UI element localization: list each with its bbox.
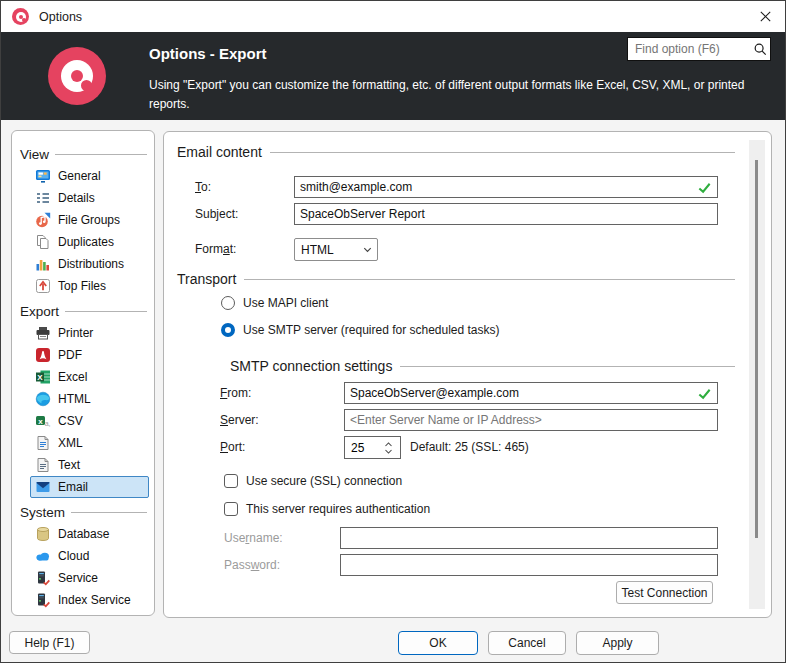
port-default-hint: Default: 25 (SSL: 465): [410, 440, 529, 454]
section-label: View: [20, 147, 49, 162]
subject-input[interactable]: [295, 207, 717, 221]
options-dialog: Options Options - Export Using "Export" …: [0, 0, 786, 663]
sidebar-item-details[interactable]: Details: [30, 187, 149, 209]
find-option-search: [627, 37, 771, 61]
sidebar-item-excel[interactable]: X Excel: [30, 366, 149, 388]
sidebar-item-pdf[interactable]: PDF: [30, 344, 149, 366]
sidebar-item-label: Excel: [58, 370, 87, 384]
sidebar-item-label: Printer: [58, 326, 93, 340]
xml-file-icon: [35, 435, 51, 451]
sidebar-item-label: Details: [58, 191, 95, 205]
server-label: Server:: [220, 413, 259, 427]
ok-button[interactable]: OK: [398, 631, 478, 655]
sidebar-item-duplicates[interactable]: Duplicates: [30, 231, 149, 253]
cloud-icon: [35, 548, 51, 564]
sidebar-item-file-groups[interactable]: File Groups: [30, 209, 149, 231]
sidebar-item-printer[interactable]: Printer: [30, 322, 149, 344]
sidebar-item-service[interactable]: Service: [30, 567, 149, 589]
page-description: Using "Export" you can customize the for…: [149, 76, 757, 114]
printer-icon: [35, 325, 51, 341]
sidebar-item-label: Top Files: [58, 279, 106, 293]
sidebar-item-label: Database: [58, 527, 109, 541]
auth-checkbox[interactable]: [224, 502, 238, 516]
to-label: To:: [195, 180, 211, 194]
mapi-radio-label: Use MAPI client: [243, 296, 328, 310]
from-field-wrap: [344, 382, 718, 404]
auth-checkbox-row[interactable]: This server requires authentication: [224, 502, 430, 516]
sidebar-item-xml[interactable]: XML: [30, 432, 149, 454]
sidebar-item-label: Distributions: [58, 257, 124, 271]
page-header: Options - Export Using "Export" you can …: [1, 32, 785, 120]
top-files-icon: [35, 278, 51, 294]
username-label: Username:: [224, 531, 283, 545]
to-field-wrap: [294, 176, 718, 198]
sidebar-item-distributions[interactable]: Distributions: [30, 253, 149, 275]
sidebar-item-label: XML: [58, 436, 83, 450]
search-input[interactable]: [628, 42, 750, 56]
sidebar-item-email[interactable]: Email: [30, 476, 149, 498]
smtp-radio-label: Use SMTP server (required for scheduled …: [243, 323, 500, 337]
titlebar: Options: [1, 1, 785, 32]
mapi-radio[interactable]: [221, 296, 235, 310]
sidebar-item-label: Cloud: [58, 549, 89, 563]
email-icon: [35, 479, 51, 495]
subject-field-wrap: [294, 203, 718, 225]
ssl-checkbox-row[interactable]: Use secure (SSL) connection: [224, 474, 402, 488]
sidebar-item-label: Service: [58, 571, 98, 585]
smtp-radio[interactable]: [221, 323, 235, 337]
sidebar-item-label: CSV: [58, 414, 83, 428]
group-heading: Email content: [177, 144, 262, 160]
sidebar-item-database[interactable]: Database: [30, 523, 149, 545]
ssl-checkbox-label: Use secure (SSL) connection: [246, 474, 402, 488]
server-input[interactable]: [345, 413, 717, 427]
port-input[interactable]: [345, 437, 379, 458]
index-service-icon: [35, 592, 51, 608]
password-field-wrap: [340, 554, 718, 576]
mapi-radio-row[interactable]: Use MAPI client: [221, 296, 328, 310]
cancel-button[interactable]: Cancel: [488, 631, 566, 655]
port-spinner: [344, 436, 401, 459]
sidebar-item-label: General: [58, 169, 101, 183]
section-label: Export: [20, 304, 59, 319]
sidebar-item-label: Index Service: [58, 593, 131, 607]
service-icon: [35, 570, 51, 586]
sidebar-item-index-service[interactable]: Index Service: [30, 589, 149, 611]
sidebar-item-csv[interactable]: xa, CSV: [30, 410, 149, 432]
group-email-content: Email content: [177, 144, 735, 160]
distributions-chart-icon: [35, 256, 51, 272]
ssl-checkbox[interactable]: [224, 474, 238, 488]
sidebar-item-label: Text: [58, 458, 80, 472]
html-browser-icon: [35, 391, 51, 407]
sidebar-item-label: File Groups: [58, 213, 120, 227]
monitor-icon: [35, 168, 51, 184]
sidebar-item-cloud[interactable]: Cloud: [30, 545, 149, 567]
apply-button[interactable]: Apply: [576, 631, 659, 655]
close-icon[interactable]: [751, 4, 779, 29]
sidebar-item-html[interactable]: HTML: [30, 388, 149, 410]
sidebar-item-text[interactable]: Text: [30, 454, 149, 476]
excel-icon: X: [35, 369, 51, 385]
password-label: Password:: [224, 558, 280, 572]
svg-text:a,: a,: [45, 420, 51, 427]
server-field-wrap: [344, 409, 718, 431]
username-field-wrap: [340, 527, 718, 549]
password-input[interactable]: [341, 558, 717, 572]
smtp-radio-row[interactable]: Use SMTP server (required for scheduled …: [221, 323, 500, 337]
sidebar-item-top-files[interactable]: Top Files: [30, 275, 149, 297]
options-tree: View General Details File Groups Duplica…: [11, 130, 155, 616]
valid-check-icon: [696, 180, 714, 195]
format-select[interactable]: HTML: [294, 238, 378, 261]
spinner-buttons[interactable]: [379, 437, 397, 458]
email-options-panel: Email content To: Subject: Format: HTML …: [163, 131, 772, 618]
help-button[interactable]: Help (F1): [9, 631, 90, 654]
username-input[interactable]: [341, 531, 717, 545]
to-input[interactable]: [295, 180, 696, 194]
scrollbar-thumb[interactable]: [755, 160, 758, 538]
vertical-scrollbar[interactable]: [749, 140, 765, 609]
tree-section-view: View: [20, 143, 149, 165]
file-groups-icon: [35, 212, 51, 228]
search-icon: [750, 42, 770, 56]
test-connection-button[interactable]: Test Connection: [616, 581, 713, 604]
sidebar-item-general[interactable]: General: [30, 165, 149, 187]
from-input[interactable]: [345, 386, 696, 400]
